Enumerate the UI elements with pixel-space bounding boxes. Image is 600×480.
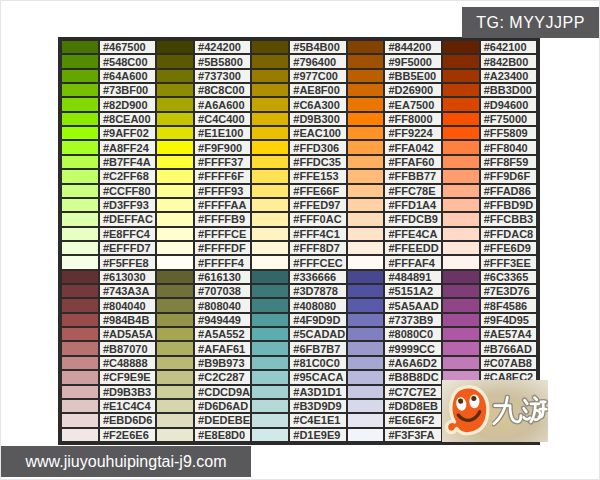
color-code: #408080 [290,299,345,311]
color-swatch [157,299,193,311]
color-code: #EFFFD7 [100,242,155,254]
color-swatch [62,213,98,225]
color-code: #737300 [195,70,250,82]
color-swatch [443,156,479,168]
jiuyou-mascot-icon [442,380,495,441]
color-code: #FF8000 [385,113,440,125]
color-code: #FFDAC8 [481,228,536,240]
color-swatch [252,342,288,354]
color-code: #DEFFAC [100,213,155,225]
color-swatch [443,55,479,67]
color-code: #C48888 [100,357,155,369]
color-swatch [157,213,193,225]
color-code: #FFAD86 [481,185,536,197]
color-code: #CCFF80 [100,185,155,197]
color-swatch [443,285,479,297]
color-swatch [157,342,193,354]
color-code: #A3D1D1 [290,386,345,398]
color-code: #FF5809 [481,127,536,139]
color-code: #D8D8EB [385,400,440,412]
color-code: #548C00 [100,55,155,67]
color-swatch [443,70,479,82]
color-code: #804040 [100,299,155,311]
color-swatch [62,242,98,254]
color-code: #B7FF4A [100,156,155,168]
color-swatch [157,371,193,383]
color-code: #C4C400 [195,113,250,125]
color-code: #E1E100 [195,127,250,139]
color-code: #AE8F00 [290,84,345,96]
color-swatch [157,98,193,110]
color-code: #FF8040 [481,141,536,153]
color-code: #FFFFCE [195,228,250,240]
color-swatch [62,84,98,96]
color-swatch [348,141,384,153]
color-swatch [252,429,288,441]
color-swatch [348,127,384,139]
color-swatch [157,256,193,268]
color-swatch [443,185,479,197]
color-code: #D26900 [385,84,440,96]
color-swatch [443,98,479,110]
color-code: #FFE66F [290,185,345,197]
color-code: #9999CC [385,342,440,354]
color-code: #E8E8D0 [195,429,250,441]
color-swatch [443,328,479,340]
color-code: #977C00 [290,70,345,82]
color-swatch [157,127,193,139]
color-code: #FFFFDF [195,242,250,254]
color-code: #3D7878 [290,285,345,297]
color-code: #F9F900 [195,141,250,153]
color-code: #FFFFF4 [195,256,250,268]
color-swatch [157,199,193,211]
color-code: #8C8C00 [195,84,250,96]
color-code: #808040 [195,299,250,311]
color-swatch [252,285,288,297]
color-code: #E8FFC4 [100,228,155,240]
color-swatch [252,84,288,96]
color-code: #FFE6D9 [481,242,536,254]
color-code: #FFFFAA [195,199,250,211]
color-swatch [252,271,288,283]
telegram-tag-label: TG: MYYJJPP [476,14,585,32]
color-code: #FFFF6F [195,170,250,182]
color-swatch [157,41,193,53]
color-code: #D1E9E9 [290,429,345,441]
color-swatch [443,314,479,326]
color-code: #FF9D6F [481,170,536,182]
color-code: #A23400 [481,70,536,82]
color-code: #844200 [385,41,440,53]
color-code: #FFC78E [385,185,440,197]
color-swatch [443,170,479,182]
color-code: #FFD1A4 [385,199,440,211]
color-swatch [62,55,98,67]
screenshot-canvas: #467500#424200#5B4B00#844200#642100#548C… [0,0,600,480]
color-code: #F75000 [481,113,536,125]
color-swatch [443,228,479,240]
color-code: #73BF00 [100,84,155,96]
color-swatch [348,414,384,426]
color-swatch [62,185,98,197]
color-swatch [348,185,384,197]
color-swatch [348,357,384,369]
color-swatch [348,342,384,354]
color-swatch [348,84,384,96]
color-swatch [443,271,479,283]
color-code: #A8FF24 [100,141,155,153]
color-swatch [348,55,384,67]
color-swatch [62,314,98,326]
jiuyou-logo [442,380,548,442]
color-swatch [157,386,193,398]
color-code: #FFED97 [290,199,345,211]
color-code: #AE57A4 [481,328,536,340]
color-code: #C7C7E2 [385,386,440,398]
color-code: #D9B300 [290,113,345,125]
color-code: #F5FFE8 [100,256,155,268]
color-swatch [443,41,479,53]
color-code: #FFF0AC [290,213,345,225]
color-code: #BB3D00 [481,84,536,96]
color-swatch [62,371,98,383]
color-swatch [348,271,384,283]
color-swatch [443,299,479,311]
color-code: #4F9D9D [290,314,345,326]
